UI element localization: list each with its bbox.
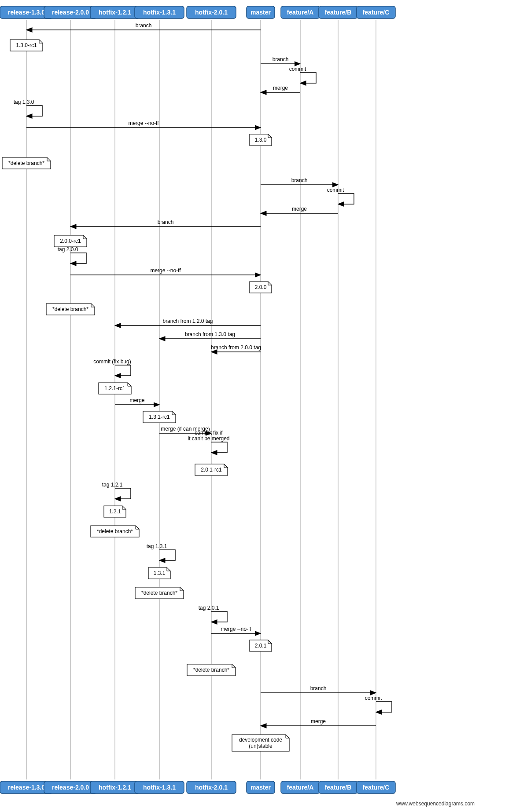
message-label: branch — [310, 685, 327, 691]
message-label: branch from 1.2.0 tag — [162, 318, 213, 324]
message-label: merge — [129, 397, 144, 403]
self-message — [115, 488, 131, 499]
svg-text:*delete branch*: *delete branch* — [8, 160, 44, 166]
self-message-label: tag 2.0.1 — [199, 605, 219, 611]
self-message-label: tag 2.0.0 — [58, 246, 78, 252]
participant-label-hot131: hotfix-1.3.1 — [143, 9, 176, 16]
self-message-label: commit (fix bug) — [93, 358, 131, 365]
participant-label-rel200: release-2.0.0 — [52, 784, 89, 791]
participant-label-hot201: hotfix-2.0.1 — [195, 9, 228, 16]
participant-label-featC: feature/C — [363, 784, 390, 791]
self-message-label: tag 1.3.0 — [14, 99, 34, 105]
participant-label-hot131: hotfix-1.3.1 — [143, 784, 176, 791]
self-message — [300, 73, 316, 83]
participant-label-featB: feature/B — [325, 784, 352, 791]
participant-label-hot121: hotfix-1.2.1 — [99, 784, 131, 791]
self-message-label: tag 1.2.1 — [102, 482, 123, 488]
message-label: merge --no-ff — [128, 120, 159, 126]
footer-credit: www.websequencediagrams.com — [396, 801, 475, 807]
self-message-label: commit — [327, 187, 344, 193]
participant-label-hot121: hotfix-1.2.1 — [99, 9, 131, 16]
sequence-diagram: release-1.3.0release-2.0.0hotfix-1.2.1ho… — [0, 0, 512, 812]
message-label: merge — [292, 206, 307, 212]
svg-text:2.0.1: 2.0.1 — [255, 643, 267, 649]
participant-label-master: master — [250, 9, 271, 16]
self-message — [211, 442, 227, 453]
message-label: merge — [273, 85, 288, 91]
self-message — [376, 702, 392, 712]
self-message — [115, 365, 131, 376]
message-label: branch — [273, 56, 289, 62]
message-label: branch — [136, 22, 152, 29]
self-message-label: tag 1.3.1 — [147, 543, 167, 549]
participant-label-rel130: release-1.3.0 — [8, 784, 45, 791]
message-label: merge --no-ff — [150, 267, 181, 274]
participant-label-featA: feature/A — [287, 9, 314, 16]
svg-text:*delete branch*: *delete branch* — [52, 306, 88, 312]
svg-text:(un)stable: (un)stable — [249, 743, 273, 749]
svg-text:1.3.0-rc1: 1.3.0-rc1 — [16, 42, 37, 48]
self-message-label: commit fix if — [195, 430, 223, 436]
svg-text:*delete branch*: *delete branch* — [193, 667, 229, 673]
message-label: branch — [291, 177, 308, 183]
self-message — [70, 253, 86, 263]
participant-label-rel200: release-2.0.0 — [52, 9, 89, 16]
svg-text:development code: development code — [239, 737, 282, 743]
svg-text:*delete branch*: *delete branch* — [97, 528, 133, 534]
svg-text:2.0.0-rc1: 2.0.0-rc1 — [60, 238, 81, 244]
self-message — [211, 611, 227, 622]
message-label: branch — [158, 219, 174, 225]
participant-label-hot201: hotfix-2.0.1 — [195, 784, 228, 791]
self-message — [26, 106, 42, 116]
svg-text:1.3.1-rc1: 1.3.1-rc1 — [149, 414, 170, 420]
message-label: merge — [311, 718, 326, 724]
svg-text:*delete branch*: *delete branch* — [141, 590, 177, 596]
svg-text:2.0.1-rc1: 2.0.1-rc1 — [201, 467, 222, 473]
participant-label-master: master — [250, 784, 271, 791]
svg-text:1.2.1: 1.2.1 — [109, 508, 121, 515]
self-message — [159, 550, 175, 560]
svg-text:1.3.0: 1.3.0 — [255, 137, 267, 143]
message-label: merge --no-ff — [221, 626, 251, 632]
self-message-label: commit — [289, 66, 306, 72]
svg-text:1.3.1: 1.3.1 — [154, 570, 166, 576]
self-message-label: it can't be merged — [188, 435, 229, 442]
self-message-label: commit — [365, 695, 382, 701]
message-label: branch from 1.3.0 tag — [185, 331, 235, 337]
participant-label-featA: feature/A — [287, 784, 314, 791]
self-message — [338, 194, 354, 204]
svg-text:2.0.0: 2.0.0 — [255, 284, 267, 290]
participant-label-featC: feature/C — [363, 9, 390, 16]
participant-label-rel130: release-1.3.0 — [8, 9, 45, 16]
message-label: branch from 2.0.0 tag — [211, 344, 261, 351]
participant-label-featB: feature/B — [325, 9, 352, 16]
svg-text:1.2.1-rc1: 1.2.1-rc1 — [104, 385, 125, 391]
